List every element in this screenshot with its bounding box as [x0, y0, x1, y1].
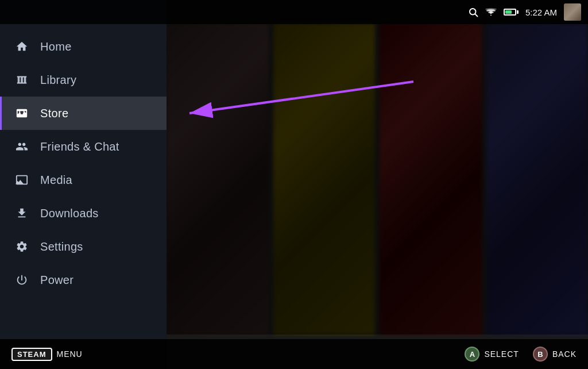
settings-label: Settings — [40, 240, 83, 253]
settings-icon — [14, 239, 30, 255]
back-hint: B BACK — [533, 347, 577, 362]
store-icon — [14, 105, 30, 121]
media-label: Media — [40, 174, 72, 187]
wifi-icon — [485, 7, 497, 17]
media-icon — [14, 172, 30, 188]
background-overlay — [167, 0, 588, 335]
steam-menu[interactable]: STEAM MENU — [11, 348, 83, 361]
sidebar-item-downloads[interactable]: Downloads — [0, 197, 167, 230]
power-label: Power — [40, 274, 74, 287]
sidebar: Home Library Store Friends & Chat — [0, 0, 167, 369]
top-bar: 5:22 AM — [0, 0, 588, 24]
sidebar-item-home[interactable]: Home — [0, 30, 167, 63]
battery-icon — [504, 9, 519, 16]
bottom-bar: STEAM MENU A SELECT B BACK — [0, 339, 588, 369]
b-button: B — [533, 347, 548, 362]
menu-label: MENU — [57, 349, 83, 359]
a-button: A — [465, 347, 479, 362]
library-icon — [14, 72, 30, 88]
sidebar-item-friends[interactable]: Friends & Chat — [0, 130, 167, 163]
sidebar-item-settings[interactable]: Settings — [0, 230, 167, 263]
search-icon[interactable] — [468, 7, 478, 17]
store-label: Store — [40, 107, 68, 120]
select-label: SELECT — [484, 349, 519, 359]
sidebar-item-library[interactable]: Library — [0, 63, 167, 97]
time-display: 5:22 AM — [525, 7, 557, 17]
sidebar-item-power[interactable]: Power — [0, 263, 167, 297]
steam-badge: STEAM — [11, 348, 52, 361]
select-hint: A SELECT — [465, 347, 519, 362]
home-icon — [14, 39, 30, 55]
bottom-right-controls: A SELECT B BACK — [465, 347, 577, 362]
avatar-image — [564, 3, 581, 21]
svg-line-1 — [475, 14, 477, 16]
avatar[interactable] — [564, 3, 581, 21]
home-label: Home — [40, 40, 72, 53]
back-label: BACK — [552, 349, 577, 359]
library-label: Library — [40, 74, 76, 87]
power-icon — [14, 272, 30, 288]
sidebar-nav: Home Library Store Friends & Chat — [0, 24, 167, 369]
downloads-icon — [14, 205, 30, 221]
status-icons: 5:22 AM — [468, 3, 581, 21]
friends-label: Friends & Chat — [40, 140, 119, 153]
sidebar-item-store[interactable]: Store — [0, 97, 167, 130]
downloads-label: Downloads — [40, 207, 99, 220]
friends-icon — [14, 139, 30, 155]
sidebar-item-media[interactable]: Media — [0, 163, 167, 197]
